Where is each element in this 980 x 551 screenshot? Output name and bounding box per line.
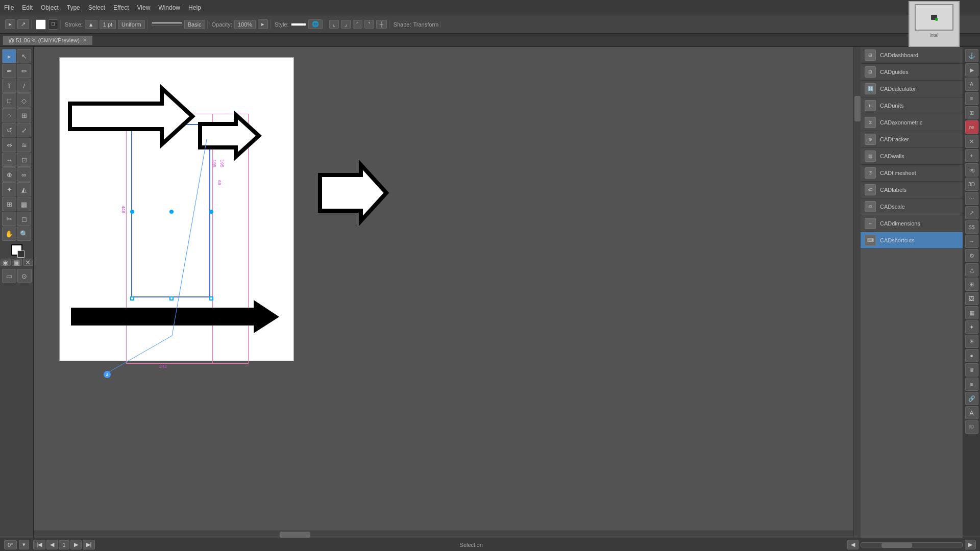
symbol-icon[interactable]: $$ [965, 220, 978, 234]
fill-box[interactable] [11, 244, 22, 256]
cad-list-item-cadcalculator[interactable]: 🔢 CADcalculator [861, 81, 963, 97]
layers-icon[interactable]: ≡ [965, 378, 978, 391]
re-icon[interactable]: re [965, 120, 978, 134]
transform-tool[interactable]: ⊞ [17, 108, 31, 122]
document-tab[interactable]: @ 51.06 % (CMYK/Preview) ✕ [3, 36, 92, 45]
rect-tool[interactable]: □ [2, 93, 16, 108]
last-page-btn[interactable]: ▶| [83, 540, 95, 549]
horizontal-scrollbar[interactable] [34, 531, 853, 538]
prev-page-btn[interactable]: ◀ [46, 540, 58, 549]
page-number[interactable]: 1 [59, 540, 69, 549]
style-preview[interactable] [291, 23, 306, 26]
align-tc[interactable]: ⌟ [341, 20, 351, 29]
plus-icon[interactable]: + [965, 149, 978, 162]
right-arrow2-icon[interactable]: → [965, 235, 978, 248]
scale-tool[interactable]: ⤢ [17, 123, 31, 137]
anchor-icon[interactable]: ⚓ [965, 49, 978, 62]
line-tool[interactable]: / [17, 79, 31, 93]
cad-list-item-cadtracker[interactable]: ⊕ CADtracker [861, 131, 963, 148]
scissor-tool[interactable]: ✂ [2, 212, 16, 226]
cad-list-item-cadaxonometric[interactable]: ⧖ CADaxonometric [861, 114, 963, 131]
stroke-type[interactable]: Uniform [118, 20, 145, 29]
cad-list-item-cadunits[interactable]: u CADunits [861, 97, 963, 114]
stroke-color[interactable]: □ [48, 19, 58, 30]
vertical-scrollbar[interactable] [853, 47, 861, 538]
mirror-tool[interactable]: ⇔ [2, 138, 16, 152]
toolbar-arrow-tool[interactable]: ▸ [5, 19, 15, 29]
settings-icon[interactable]: ⚙ [965, 249, 978, 262]
cad-list-item-caddimensions[interactable]: ↔ CADdimensions [861, 215, 963, 232]
scroll-left-btn[interactable]: ◀ [847, 540, 859, 549]
three-d-icon[interactable]: 3D [965, 178, 978, 191]
eyedropper[interactable]: ✦ [2, 182, 16, 196]
color-mode[interactable]: ◉ [1, 259, 11, 266]
first-page-btn[interactable]: |◀ [33, 540, 46, 549]
hand-tool[interactable]: ✋ [2, 227, 16, 241]
menu-window[interactable]: Window [158, 4, 180, 11]
special-x-icon[interactable]: ✕ [965, 135, 978, 148]
checker-icon[interactable]: ▦ [965, 306, 978, 319]
arrow-out-icon[interactable]: ↗ [965, 206, 978, 219]
eraser-tool[interactable]: ◻ [17, 212, 31, 226]
stroke-style[interactable]: Basic [184, 20, 205, 29]
menu-help[interactable]: Help [188, 4, 201, 11]
shape-tool[interactable]: ◇ [17, 93, 31, 108]
align-tr[interactable]: ⌜ [353, 20, 362, 29]
link-icon[interactable]: 🔗 [965, 392, 978, 405]
pen-tool[interactable]: ✒ [2, 64, 16, 78]
scroll-right-btn[interactable]: ▶ [965, 540, 976, 549]
stroke-up[interactable]: ▲ [85, 20, 97, 29]
log-icon[interactable]: log [965, 163, 978, 177]
scroll-thumb-v[interactable] [854, 96, 861, 121]
none-mode[interactable]: ✕ [23, 259, 33, 266]
align-mc[interactable]: ┼ [376, 20, 387, 29]
cad-list-item-cadtimesheet[interactable]: ⏱ CADtimesheet [861, 165, 963, 182]
opacity-more[interactable]: ▸ [258, 19, 268, 29]
image-icon[interactable]: 🖼 [965, 292, 978, 305]
cad-list-item-cadscale[interactable]: ⚖ CADscale [861, 198, 963, 215]
menu-view[interactable]: View [137, 4, 151, 11]
cad-list-item-caddashboard[interactable]: ⊞ CADdashboard [861, 47, 963, 64]
type-icon[interactable]: A [965, 78, 978, 91]
stroke-value[interactable]: 1 pt [100, 20, 116, 29]
sun-icon[interactable]: ☀ [965, 335, 978, 348]
menu-object[interactable]: Object [41, 4, 59, 11]
scroll-thumb-h[interactable] [280, 532, 310, 538]
shape-builder[interactable]: ⊕ [2, 167, 16, 182]
cad-list-item-cadshortcuts[interactable]: ⌨ CADshortcuts [861, 232, 963, 249]
grid-icon[interactable]: ⊞ [965, 278, 978, 291]
free-transform[interactable]: ⊡ [17, 153, 31, 167]
gradient-tool[interactable]: ▦ [17, 197, 31, 211]
eyedrop-icon[interactable]: ✦ [965, 320, 978, 334]
rotate-input[interactable]: 0° [4, 540, 17, 549]
horizontal-scroll[interactable] [861, 542, 963, 547]
triangle-icon[interactable]: △ [965, 263, 978, 277]
menu-select[interactable]: Select [88, 4, 105, 11]
align-right-icon[interactable]: ≡ [965, 92, 978, 105]
mesh-tool[interactable]: ⊞ [2, 197, 16, 211]
canvas-area[interactable]: 242 195 195 69 242 448 1 3 2 [34, 47, 861, 538]
width-tool[interactable]: ↔ [2, 153, 16, 167]
align-tl[interactable]: ⌞ [329, 20, 339, 29]
menu-type[interactable]: Type [67, 4, 80, 11]
tab-close-icon[interactable]: ✕ [83, 37, 87, 43]
rotate-dropdown[interactable]: ▾ [19, 540, 29, 549]
warp-tool[interactable]: ≋ [17, 138, 31, 152]
opacity-value[interactable]: 100% [234, 20, 256, 29]
menu-file[interactable]: File [4, 4, 14, 11]
select-tool[interactable]: ▸ [2, 49, 16, 63]
paint-bucket[interactable]: ◭ [17, 182, 31, 196]
direct-select-tool[interactable]: ↖ [17, 49, 31, 63]
ellipse-tool[interactable]: ○ [2, 108, 16, 122]
zoom-tool[interactable]: 🔍 [17, 227, 31, 241]
rotate-tool[interactable]: ↺ [2, 123, 16, 137]
draw-normal[interactable]: ▭ [2, 269, 16, 283]
align-ml[interactable]: ⌝ [364, 20, 374, 29]
circle-icon[interactable]: ● [965, 349, 978, 362]
cad-list-item-cadlabels[interactable]: 🏷 CADlabels [861, 182, 963, 198]
right-arrow-icon[interactable]: ▶ [965, 63, 978, 77]
watermark-icon[interactable]: 印 [965, 420, 978, 434]
blend-tool[interactable]: ∞ [17, 167, 31, 182]
fill-color[interactable] [36, 19, 46, 30]
next-page-btn[interactable]: ▶ [70, 540, 82, 549]
